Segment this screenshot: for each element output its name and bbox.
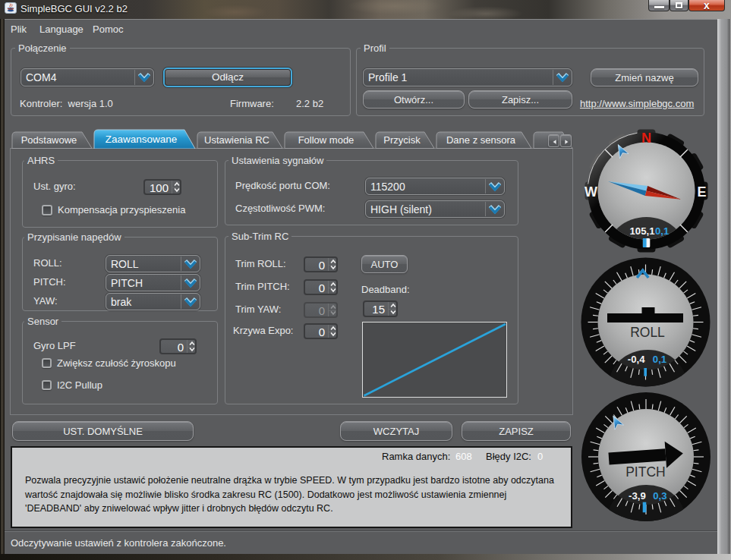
svg-text:0,1: 0,1 bbox=[653, 354, 666, 365]
svg-text:0,3: 0,3 bbox=[653, 490, 666, 502]
svg-text:0,1: 0,1 bbox=[655, 225, 669, 237]
svg-text:105,1: 105,1 bbox=[629, 225, 654, 237]
svg-text:-3,9: -3,9 bbox=[629, 490, 646, 502]
svg-text:W: W bbox=[584, 184, 597, 200]
svg-text:Zaawansowane: Zaawansowane bbox=[106, 134, 178, 145]
svg-text:Dane z sensora: Dane z sensora bbox=[446, 134, 516, 146]
svg-text:E: E bbox=[697, 184, 706, 200]
svg-text:Follow mode: Follow mode bbox=[298, 134, 354, 146]
svg-text:Ustawienia RC: Ustawienia RC bbox=[204, 134, 269, 146]
svg-text:ROLL: ROLL bbox=[630, 325, 665, 340]
svg-text:Podstawowe: Podstawowe bbox=[21, 134, 77, 146]
svg-text:PITCH: PITCH bbox=[625, 464, 666, 480]
svg-text:N: N bbox=[641, 131, 651, 146]
svg-text:-0,4: -0,4 bbox=[628, 354, 645, 365]
svg-text:Przycisk: Przycisk bbox=[383, 134, 421, 146]
